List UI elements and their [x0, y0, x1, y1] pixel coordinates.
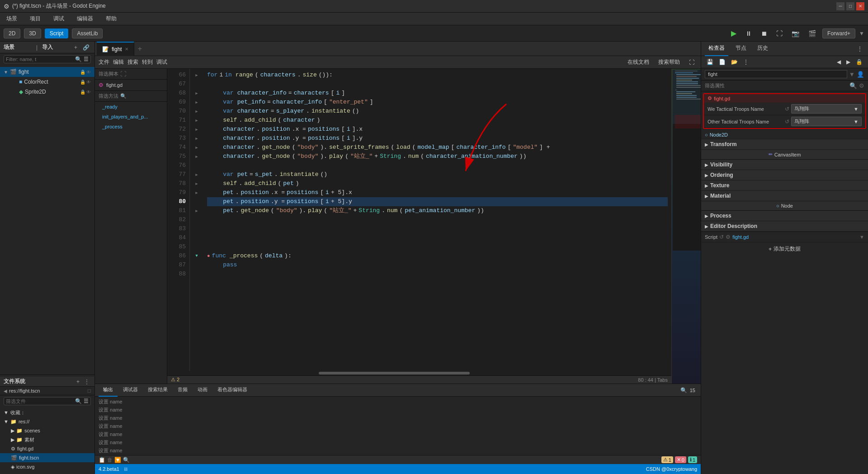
search-log-btn[interactable]: 🔍: [123, 457, 130, 463]
editor-desc-section[interactable]: ▶ Editor Description: [701, 221, 868, 232]
minimize-button[interactable]: ─: [836, 2, 844, 10]
search-help-btn[interactable]: 搜索帮助: [656, 57, 683, 67]
history-tab[interactable]: 历史: [754, 42, 772, 56]
script-settings-btn[interactable]: ⚙: [726, 234, 731, 240]
maximize-button[interactable]: □: [846, 2, 854, 10]
scene-filter-input[interactable]: [6, 57, 73, 62]
menu-scene[interactable]: 场景: [4, 14, 20, 24]
we-tactical-dropdown[interactable]: 鸟翔阵 ▼: [791, 104, 862, 114]
add-node-button[interactable]: +: [73, 44, 79, 51]
file-item-favorites[interactable]: ▼ 收藏：: [0, 408, 94, 417]
bottom-tab-debugger[interactable]: 调试器: [118, 384, 142, 397]
menu-editor[interactable]: 编辑器: [74, 14, 96, 24]
editor-debug-btn[interactable]: 调试: [156, 58, 167, 66]
filesystem-add-btn[interactable]: +: [75, 378, 81, 385]
mode-script-button[interactable]: Script: [45, 28, 69, 38]
filesystem-more-btn[interactable]: ⋮: [83, 378, 91, 385]
nav-prev-btn[interactable]: ◀: [835, 58, 843, 66]
inspector-settings-btn[interactable]: ⋮: [741, 58, 750, 66]
filesystem-panel: 文件系统 + ⋮ ◀ res://fight.tscn □ 🔍 ☰ ▼ 收藏：: [0, 374, 94, 474]
filter-settings-btn[interactable]: ⚙: [859, 82, 864, 89]
tab-fight-close[interactable]: ✕: [125, 47, 128, 52]
forward-button[interactable]: Forward+: [822, 28, 855, 38]
script-list-expand-btn[interactable]: ⛶: [120, 71, 126, 77]
inspector-lock-btn[interactable]: 🔒: [854, 58, 864, 66]
horizontal-scrollbar[interactable]: [167, 371, 671, 375]
tab-fight[interactable]: 📝 fight ✕: [97, 42, 134, 56]
tree-item-sprite2d[interactable]: ◆ Sprite2D 🔒 👁: [0, 87, 94, 97]
copy-log-btn[interactable]: 📋: [99, 457, 105, 463]
add-tab-button[interactable]: +: [134, 45, 146, 53]
other-tactical-dropdown[interactable]: 鸟翔阵 ▼: [791, 117, 862, 126]
code-lines[interactable]: for i in range ( characters . size ()):: [203, 69, 671, 371]
filter-log-btn[interactable]: 🔽: [114, 457, 121, 463]
file-item-fighttscn[interactable]: 🎬 fight.tscn: [0, 453, 94, 462]
fold-66: ▶: [190, 71, 203, 80]
mode-assetlib-button[interactable]: AssetLib: [72, 28, 103, 38]
node-tab[interactable]: 节点: [732, 42, 750, 56]
method-ready[interactable]: _ready: [95, 102, 167, 112]
nav-next-btn[interactable]: ▶: [844, 58, 852, 66]
inspector-more-btn[interactable]: ⋮: [855, 45, 864, 53]
we-tactical-reset-btn[interactable]: ↺: [785, 106, 789, 112]
link-button[interactable]: 🔗: [81, 44, 91, 51]
bottom-tab-output[interactable]: 输出: [99, 384, 118, 397]
inspector-tab[interactable]: 检查器: [705, 42, 728, 56]
film-btn[interactable]: 🎬: [806, 29, 819, 38]
open-scene-btn[interactable]: 📂: [729, 58, 740, 66]
process-section[interactable]: ▶ Process: [701, 211, 868, 221]
method-process[interactable]: _process: [95, 122, 167, 132]
tree-item-fight[interactable]: ▼ 🎬 fight 🔒 👁: [0, 67, 94, 77]
path-arrow-left[interactable]: ◀: [4, 389, 7, 393]
bottom-tab-shader[interactable]: 着色器编辑器: [213, 384, 252, 397]
debug-btn[interactable]: ⛶: [774, 29, 785, 38]
add-metadata-btn[interactable]: + 添加元数据: [701, 242, 868, 256]
node-search-person[interactable]: 👤: [857, 71, 864, 78]
camera-btn[interactable]: 📷: [789, 29, 802, 38]
editor-goto-btn[interactable]: 转到: [142, 58, 153, 66]
online-doc-btn[interactable]: 在线文档: [625, 57, 652, 67]
other-tactical-reset-btn[interactable]: ↺: [785, 118, 789, 125]
editor-edit-btn[interactable]: 编辑: [113, 58, 124, 66]
texture-section[interactable]: ▶ Texture: [701, 180, 868, 191]
menu-debug[interactable]: 调试: [51, 14, 67, 24]
node-search-input[interactable]: [705, 70, 847, 78]
material-section[interactable]: ▶ Material: [701, 191, 868, 201]
bottom-tab-audio[interactable]: 音频: [173, 384, 192, 397]
bottom-tab-search[interactable]: 搜索结果: [143, 384, 172, 397]
fullscreen-btn[interactable]: ⛶: [686, 58, 697, 66]
save-scene-btn[interactable]: 💾: [705, 58, 715, 66]
stop-button[interactable]: ⏹: [758, 29, 770, 38]
file-item-res[interactable]: ▼ 📁 res://: [0, 417, 94, 426]
transform-section[interactable]: ▶ Transform: [701, 139, 868, 150]
filesystem-filter-input[interactable]: [6, 398, 73, 404]
mode-3d-button[interactable]: 3D: [24, 28, 41, 38]
filter-search-btn[interactable]: 🔍: [849, 82, 857, 89]
bottom-tab-animation[interactable]: 动画: [193, 384, 212, 397]
file-item-iconsvg[interactable]: ◈ icon.svg: [0, 462, 94, 471]
file-item-assets[interactable]: ▶ 📁 素材: [0, 435, 94, 444]
play-button[interactable]: ▶: [728, 28, 739, 38]
script-item-fight[interactable]: ⚙ fight.gd: [95, 80, 167, 90]
bottom-search-btn[interactable]: 🔍: [680, 387, 687, 393]
ordering-section[interactable]: ▶ Ordering: [701, 170, 868, 180]
log-label-5: 设置 name: [99, 439, 123, 446]
scrollbar-thumb[interactable]: [319, 372, 470, 374]
clear-log-btn[interactable]: 🗑: [107, 457, 113, 463]
editor-file-btn[interactable]: 文件: [99, 58, 109, 66]
menu-help[interactable]: 帮助: [103, 14, 119, 24]
methods-search-btn[interactable]: 🔍: [120, 93, 127, 99]
file-item-scenes[interactable]: ▶ 📁 scenes: [0, 426, 94, 435]
method-init-players[interactable]: init_players_and_p...: [95, 112, 167, 122]
pause-button[interactable]: ⏸: [743, 29, 755, 38]
file-item-fightgd[interactable]: ⚙ fight.gd: [0, 444, 94, 453]
new-scene-btn[interactable]: 📄: [717, 58, 727, 66]
visibility-section[interactable]: ▶ Visibility: [701, 160, 868, 170]
node-search-dropdown[interactable]: ▼: [849, 71, 855, 78]
editor-search-btn[interactable]: 搜索: [127, 58, 138, 66]
mode-2d-button[interactable]: 2D: [4, 28, 20, 38]
menu-project[interactable]: 项目: [27, 14, 43, 24]
close-button[interactable]: ✕: [856, 2, 864, 10]
script-reset-btn[interactable]: ↺: [719, 234, 724, 240]
tree-item-colorrect[interactable]: ■ ColorRect 🔒 👁: [0, 77, 94, 87]
